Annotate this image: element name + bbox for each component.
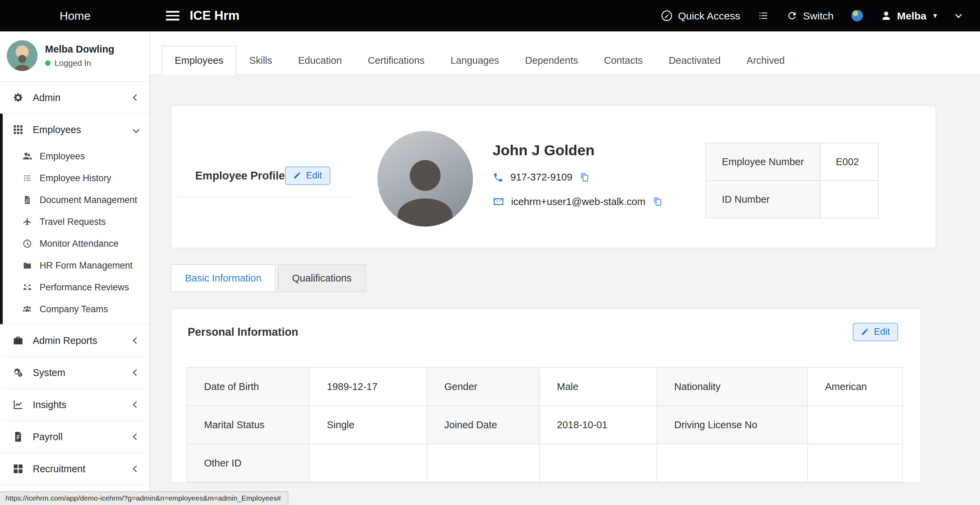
clock-icon — [22, 239, 32, 249]
table-row: Date of Birth1989-12-17GenderMaleNationa… — [187, 368, 902, 405]
tab-archived[interactable]: Archived — [733, 46, 798, 75]
personal-information-edit-button[interactable]: Edit — [853, 323, 898, 341]
field-value — [807, 406, 904, 444]
sidebar-item-insights[interactable]: Insights — [3, 389, 150, 421]
sidebar-item-admin-reports[interactable]: Admin Reports — [3, 325, 150, 356]
sidebar-subitem-hr-form-management[interactable]: HR Form Management — [3, 255, 150, 276]
language-globe-icon[interactable] — [851, 10, 863, 21]
people-arrows-icon — [22, 282, 32, 292]
switch-icon — [786, 10, 797, 21]
copy-phone-button[interactable] — [581, 173, 589, 182]
content-area: Employee Profile Edit — [150, 75, 980, 505]
switch-button[interactable]: Switch — [786, 10, 834, 22]
sidebar-subitem-employee-history[interactable]: Employee History — [3, 167, 150, 189]
empty-cell — [426, 444, 539, 482]
sidebar-group-admin: Admin — [0, 82, 150, 113]
chevron-down-icon[interactable] — [955, 11, 962, 18]
sidebar-subitem-travel-requests[interactable]: Travel Requests — [3, 211, 150, 233]
field-label: Marital Status — [187, 406, 309, 444]
sidebar-subitem-document-management[interactable]: Document Management — [3, 189, 150, 211]
tab-dependents[interactable]: Dependents — [512, 46, 591, 75]
sidebar-item-label: Admin Reports — [33, 335, 97, 346]
empty-cell — [657, 444, 807, 482]
field-value: Male — [539, 368, 657, 405]
chevron-down-icon — [133, 126, 140, 133]
sidebar-subitem-label: Employees — [40, 151, 85, 162]
employee-profile-edit-button[interactable]: Edit — [285, 167, 330, 185]
employee-email: icehrm+user1@web-stalk.com — [511, 196, 646, 207]
sidebar-item-label: Admin — [33, 92, 60, 104]
field-value: 2018-10-01 — [539, 406, 657, 444]
users-icon — [22, 151, 32, 161]
field-label: Nationality — [657, 368, 807, 405]
tab-contacts[interactable]: Contacts — [591, 46, 656, 75]
field-value: Single — [309, 406, 426, 444]
quick-access-button[interactable]: Quick Access — [661, 10, 740, 22]
sidebar-item-admin[interactable]: Admin — [3, 82, 150, 113]
tab-education[interactable]: Education — [285, 46, 355, 75]
user-menu[interactable]: Melba ▾ — [881, 10, 937, 22]
pencil-icon — [861, 328, 869, 336]
hamburger-menu-icon[interactable] — [166, 8, 180, 23]
sidebar-item-label: System — [33, 367, 65, 378]
chevron-left-icon — [133, 433, 140, 440]
tab-certifications[interactable]: Certifications — [355, 46, 438, 75]
subtab-basic-information[interactable]: Basic Information — [170, 264, 276, 292]
chart-icon — [12, 399, 24, 411]
sidebar-item-label: Insights — [33, 399, 67, 411]
topbar: Home ICE Hrm Quick Access Switch — [0, 0, 980, 31]
chevron-left-icon — [133, 369, 140, 376]
cogs-icon — [12, 367, 24, 378]
copy-icon — [654, 197, 662, 206]
tab-languages[interactable]: Languages — [438, 46, 512, 75]
table-row: Other ID — [187, 444, 902, 482]
chevron-left-icon — [133, 337, 140, 344]
sidebar-subitem-company-teams[interactable]: Company Teams — [3, 298, 150, 320]
employee-profile-card: Employee Profile Edit — [170, 105, 936, 249]
personal-information-card: Personal Information Edit Date of Birth1… — [170, 309, 921, 483]
subtab-qualifications[interactable]: Qualifications — [278, 264, 366, 292]
avatar-silhouette-icon — [377, 150, 473, 226]
tab-skills[interactable]: Skills — [236, 46, 285, 75]
tab-employees[interactable]: Employees — [162, 46, 236, 75]
sidebar-subitem-label: Performance Reviews — [40, 282, 129, 293]
briefcase-icon — [12, 335, 24, 346]
topbar-actions: Quick Access Switch Melba ▾ — [661, 10, 980, 22]
employee-phone: 917-372-9109 — [511, 172, 573, 183]
field-value: 1989-12-17 — [309, 368, 426, 405]
quick-access-label: Quick Access — [678, 10, 740, 22]
edit-label: Edit — [306, 170, 322, 181]
sidebar-subitem-label: Monitor Attendance — [40, 239, 118, 249]
sidebar-item-payroll[interactable]: Payroll — [3, 421, 150, 452]
sidebar-submenu: EmployeesEmployee HistoryDocument Manage… — [3, 145, 150, 324]
chevron-left-icon — [133, 94, 140, 101]
sidebar-item-system[interactable]: System — [3, 357, 150, 388]
envelope-icon — [493, 196, 504, 207]
chevron-left-icon — [133, 465, 140, 472]
field-label: Gender — [426, 368, 539, 405]
chevron-left-icon — [133, 401, 140, 408]
app-title: ICE Hrm — [190, 8, 240, 23]
sidebar-item-recruitment[interactable]: Recruitment — [3, 453, 150, 484]
sidebar-group-system: System — [0, 356, 150, 388]
sidebar-item-label: Payroll — [33, 431, 62, 443]
email-row: icehrm+user1@web-stalk.com — [493, 196, 663, 207]
sidebar-subitem-performance-reviews[interactable]: Performance Reviews — [3, 276, 150, 298]
personal-info-table: Date of Birth1989-12-17GenderMaleNationa… — [186, 367, 903, 483]
copy-email-button[interactable] — [654, 197, 662, 206]
edit-label: Edit — [874, 326, 890, 337]
sidebar: Melba Dowling Logged In AdminEmployeesEm… — [0, 31, 150, 505]
sidebar-item-employees[interactable]: Employees — [3, 114, 150, 145]
home-button[interactable]: Home — [0, 9, 150, 22]
empty-cell — [539, 444, 657, 482]
sidebar-subitem-label: Travel Requests — [40, 217, 106, 227]
folder-icon — [22, 261, 32, 270]
sidebar-subitem-employees[interactable]: Employees — [3, 145, 150, 167]
tasks-button[interactable] — [758, 10, 769, 21]
invoice-icon — [12, 431, 24, 443]
sidebar-subitem-monitor-attendance[interactable]: Monitor Attendance — [3, 233, 150, 255]
person-icon — [881, 10, 892, 21]
switch-label: Switch — [803, 10, 834, 22]
field-value — [821, 181, 878, 218]
tab-deactivated[interactable]: Deactivated — [656, 46, 733, 75]
